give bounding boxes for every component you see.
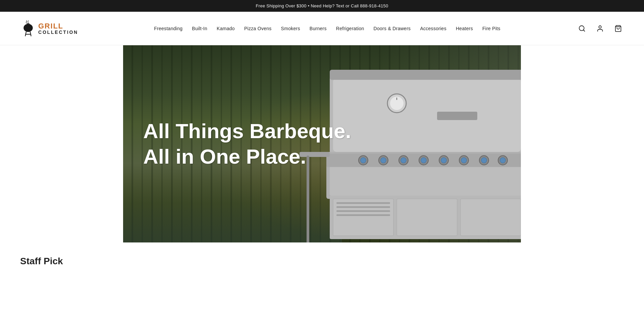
svg-point-6 bbox=[599, 25, 601, 28]
svg-rect-15 bbox=[437, 112, 477, 120]
svg-rect-39 bbox=[336, 202, 390, 204]
hero-text-container: All Things Barbeque. All in One Place. bbox=[143, 120, 351, 168]
svg-point-32 bbox=[481, 158, 487, 163]
cart-icon bbox=[614, 25, 622, 32]
main-nav: Freestanding Built-In Kamado Pizza Ovens… bbox=[154, 26, 500, 31]
below-hero-section: Staff Pick bbox=[0, 242, 644, 273]
nav-kamado[interactable]: Kamado bbox=[217, 26, 235, 31]
header-icons bbox=[576, 23, 624, 34]
svg-point-30 bbox=[461, 158, 467, 163]
svg-line-5 bbox=[583, 30, 585, 31]
svg-point-28 bbox=[441, 158, 446, 163]
svg-rect-38 bbox=[461, 199, 521, 236]
logo-text: GRILL COLLECTION bbox=[38, 22, 78, 35]
search-button[interactable] bbox=[576, 23, 588, 34]
nav-doors-drawers[interactable]: Doors & Drawers bbox=[374, 26, 411, 31]
nav-burners[interactable]: Burners bbox=[310, 26, 327, 31]
hero-headline-2: All in One Place. bbox=[143, 145, 351, 168]
search-icon bbox=[578, 25, 586, 32]
nav-heaters[interactable]: Heaters bbox=[456, 26, 473, 31]
nav-pizza-ovens[interactable]: Pizza Ovens bbox=[244, 26, 272, 31]
nav-fire-pits[interactable]: Fire Pits bbox=[482, 26, 500, 31]
nav-refrigeration[interactable]: Refrigeration bbox=[336, 26, 364, 31]
header: GRILL COLLECTION Freestanding Built-In K… bbox=[0, 12, 644, 45]
svg-rect-10 bbox=[330, 70, 521, 80]
account-button[interactable] bbox=[594, 23, 606, 34]
account-icon bbox=[596, 25, 604, 32]
logo-icon bbox=[20, 20, 36, 37]
logo-brand: GRILL bbox=[38, 22, 78, 30]
svg-rect-36 bbox=[333, 199, 393, 236]
hero-headline-1: All Things Barbeque. bbox=[143, 120, 351, 143]
svg-rect-42 bbox=[336, 214, 390, 216]
nav-freestanding[interactable]: Freestanding bbox=[154, 26, 182, 31]
nav-smokers[interactable]: Smokers bbox=[281, 26, 300, 31]
svg-point-24 bbox=[401, 158, 406, 163]
cart-button[interactable] bbox=[612, 23, 624, 34]
svg-point-20 bbox=[361, 158, 366, 163]
hero-section: All Things Barbeque. All in One Place. bbox=[123, 45, 521, 242]
svg-rect-40 bbox=[336, 206, 390, 208]
logo-link[interactable]: GRILL COLLECTION bbox=[20, 20, 78, 37]
staff-picks-title: Staff Pick bbox=[20, 256, 624, 267]
svg-point-26 bbox=[421, 158, 426, 163]
logo-sub: COLLECTION bbox=[38, 30, 78, 35]
svg-point-34 bbox=[500, 158, 505, 163]
nav-accessories[interactable]: Accessories bbox=[420, 26, 446, 31]
svg-rect-9 bbox=[333, 78, 521, 152]
svg-point-22 bbox=[381, 158, 386, 163]
svg-rect-41 bbox=[336, 210, 390, 212]
announcement-text: Free Shipping Over $300 • Need Help? Tex… bbox=[256, 3, 388, 8]
nav-builtin[interactable]: Built-In bbox=[192, 26, 207, 31]
announcement-bar: Free Shipping Over $300 • Need Help? Tex… bbox=[0, 0, 644, 12]
svg-rect-37 bbox=[397, 199, 457, 236]
